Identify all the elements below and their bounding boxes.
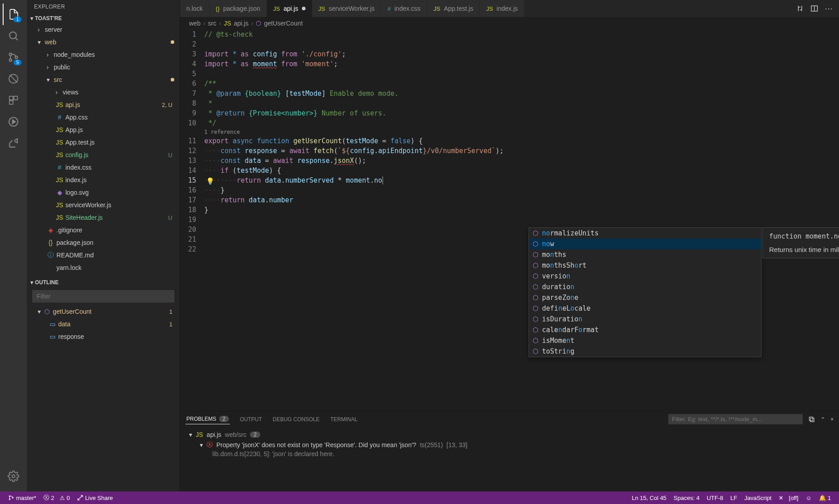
breadcrumb-item[interactable]: api.js (234, 20, 249, 27)
problems-filter-input[interactable] (668, 414, 803, 424)
suggest-item[interactable]: ⬡defineLocale (529, 303, 761, 314)
suggest-item[interactable]: ⬡isMoment (529, 335, 761, 346)
suggest-item[interactable]: ⬡months (529, 249, 761, 260)
activity-remote[interactable] (3, 111, 24, 132)
suggest-item[interactable]: ⬡parseZone (529, 292, 761, 303)
close-panel-icon[interactable]: × (830, 416, 834, 423)
activity-liveshare[interactable] (3, 132, 24, 154)
status-prettier[interactable]: ✕ [off] (775, 495, 802, 501)
panel-tab-output[interactable]: OUTPUT (239, 414, 262, 424)
intellisense-suggest[interactable]: ⬡normalizeUnits⬡now⬡months⬡monthsShort⬡v… (529, 227, 762, 357)
activity-explorer[interactable]: 1 (3, 4, 24, 25)
suggest-item[interactable]: ⬡calendarFormat (529, 325, 761, 335)
lightbulb-icon[interactable]: 💡 (206, 176, 215, 186)
activity-debug[interactable] (3, 68, 24, 90)
tab-api-js[interactable]: JSapi.js (267, 0, 312, 17)
tab-serviceworker[interactable]: JSserviceWorker.js (312, 0, 382, 17)
panel-tab-debug[interactable]: DEBUG CONSOLE (272, 414, 321, 424)
git-status: U (168, 152, 180, 158)
outline-filter-input[interactable] (32, 290, 174, 303)
chevron-up-icon[interactable]: ⌃ (821, 416, 825, 423)
code-editor[interactable]: 1// @ts-check 2 3import * as config from… (180, 30, 839, 411)
tab-indexjs[interactable]: JSindex.js (480, 0, 525, 17)
split-editor-icon[interactable] (810, 4, 818, 13)
folder-server[interactable]: ›server (27, 23, 180, 36)
collapse-all-icon[interactable] (808, 416, 815, 423)
svg-line-6 (9, 75, 17, 82)
more-icon[interactable]: ⋯ (825, 4, 833, 13)
chevron-down-icon: ▾ (189, 431, 192, 438)
file-serviceworker-js[interactable]: JSserviceWorker.js (27, 199, 180, 211)
activity-search[interactable] (3, 25, 24, 47)
git-status: 2, U (162, 102, 180, 108)
project-section[interactable]: ▾ TOAST'RE (27, 13, 180, 23)
status-lang[interactable]: JavaScript (741, 495, 775, 501)
file-api-js[interactable]: JSapi.js2, U (27, 98, 180, 111)
folder-views[interactable]: ›views (27, 86, 180, 98)
activity-extensions[interactable] (3, 90, 24, 111)
status-cursor[interactable]: Ln 15, Col 45 (628, 495, 670, 501)
smiley-icon: ☺ (805, 495, 811, 501)
tab-apptest[interactable]: JSApp.test.js (427, 0, 480, 17)
status-feedback[interactable]: ☺ (802, 495, 815, 501)
activity-scm[interactable]: 5 (3, 47, 24, 68)
js-icon: JS (196, 431, 203, 438)
problem-item[interactable]: ▾ ⓧ Property 'jsonX' does not exist on t… (185, 440, 834, 450)
suggest-item[interactable]: ⬡toString (529, 346, 761, 357)
editor-area: n.lock {}package.json JSapi.js JSservice… (180, 0, 839, 491)
file-index-css[interactable]: #index.css (27, 161, 180, 174)
breadcrumb-item[interactable]: web (189, 20, 201, 27)
codelens[interactable]: 1 reference (180, 128, 839, 136)
suggest-item[interactable]: ⬡version (529, 271, 761, 282)
outline-item[interactable]: ▭response (27, 330, 180, 343)
file-logo-svg[interactable]: ◆logo.svg (27, 186, 180, 199)
svg-rect-16 (810, 418, 814, 422)
status-eol[interactable]: LF (727, 495, 741, 501)
panel-tab-terminal[interactable]: TERMINAL (329, 414, 358, 424)
panel-tab-problems[interactable]: PROBLEMS2 (185, 414, 230, 424)
file-app-test-js[interactable]: JSApp.test.js (27, 136, 180, 149)
status-notifications[interactable]: 🔔1 (815, 495, 835, 501)
suggest-item[interactable]: ⬡now (529, 239, 761, 249)
file-readme[interactable]: ⓘREADME.md (27, 249, 180, 261)
folder-public[interactable]: ›public (27, 61, 180, 73)
file-app-css[interactable]: #App.css (27, 111, 180, 124)
js-icon: JS (56, 101, 64, 108)
file-index-js[interactable]: JSindex.js (27, 174, 180, 186)
compare-icon[interactable] (796, 4, 804, 13)
folder-web[interactable]: ▾web (27, 36, 180, 48)
file-package-json[interactable]: {}package.json (27, 236, 180, 249)
status-branch[interactable]: master* (4, 495, 40, 501)
suggest-item[interactable]: ⬡normalizeUnits (529, 228, 761, 239)
outline-item[interactable]: ▭data1 (27, 318, 180, 330)
folder-src[interactable]: ▾src (27, 73, 180, 86)
activity-settings[interactable] (3, 466, 24, 487)
file-config-js[interactable]: JSconfig.jsU (27, 149, 180, 161)
file-gitignore[interactable]: ◈.gitignore (27, 224, 180, 236)
file-yarn-lock[interactable]: yarn.lock (27, 261, 180, 274)
method-icon: ⬡ (256, 20, 261, 27)
file-app-js[interactable]: JSApp.js (27, 124, 180, 136)
tab-indexcss[interactable]: #index.css (381, 0, 427, 17)
status-liveshare[interactable]: Live Share (73, 495, 116, 501)
suggest-item[interactable]: ⬡duration (529, 282, 761, 292)
problem-file-row[interactable]: ▾ JS api.js web/src 2 (185, 430, 834, 440)
tab-packagejson[interactable]: {}package.json (210, 0, 267, 17)
status-indent[interactable]: Spaces: 4 (670, 495, 703, 501)
breadcrumb-item[interactable]: getUserCount (264, 20, 302, 27)
method-icon: ⬡ (533, 337, 538, 345)
status-encoding[interactable]: UTF-8 (703, 495, 727, 501)
outline-tree: ▾⬡getUserCount1 ▭data1 ▭response (27, 305, 180, 343)
breadcrumb-item[interactable]: src (208, 20, 216, 27)
breadcrumbs[interactable]: web› src› JSapi.js› ⬡getUserCount (180, 17, 839, 30)
file-siteheader-js[interactable]: JSSiteHeader.jsU (27, 211, 180, 224)
suggest-item[interactable]: ⬡monthsShort (529, 260, 761, 271)
problem-related-info[interactable]: lib.dom.d.ts[2230, 5]: 'json' is declare… (185, 450, 834, 457)
folder-node-modules[interactable]: ›node_modules (27, 48, 180, 61)
outline-item[interactable]: ▾⬡getUserCount1 (27, 305, 180, 318)
js-icon: JS (56, 139, 64, 146)
tab-yarnlock[interactable]: n.lock (180, 0, 210, 17)
suggest-item[interactable]: ⬡isDuration (529, 314, 761, 325)
status-errors[interactable]: ⓧ2 ⚠0 (40, 494, 73, 502)
outline-section[interactable]: ▾ OUTLINE (27, 278, 180, 287)
